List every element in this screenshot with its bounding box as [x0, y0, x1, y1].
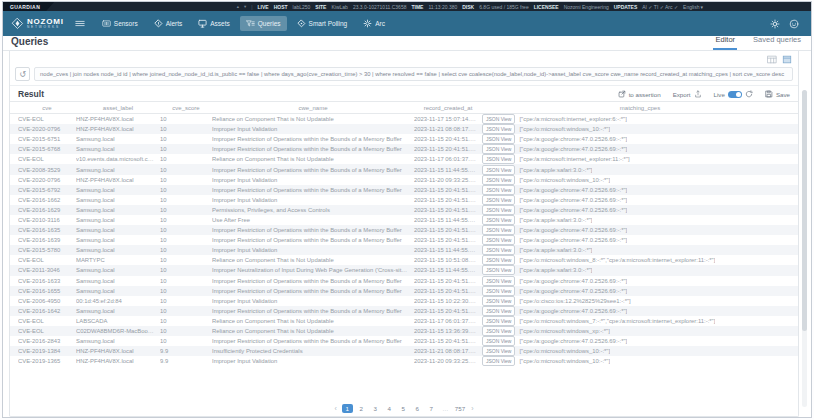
- table-view-icon[interactable]: [767, 55, 777, 64]
- table-row[interactable]: CVE-2016-1635 Samsung.local 10 Improper …: [10, 225, 798, 235]
- table-row[interactable]: CVE-2015-5780 Samsung.local 10 Improper …: [10, 245, 798, 255]
- table-row[interactable]: CVE-2006-4950 00:1d:45:ef:2d:84 10 Impro…: [10, 296, 798, 306]
- refresh-icon[interactable]: [745, 90, 753, 99]
- json-view-button[interactable]: JSON View: [482, 215, 515, 225]
- table-row[interactable]: CVE-2010-3116 Samsung.local 10 Use After…: [10, 215, 798, 225]
- query-input[interactable]: node_cves | join nodes node_id id | wher…: [34, 67, 793, 81]
- json-view-button[interactable]: JSON View: [482, 255, 515, 265]
- table-row[interactable]: CVE-2011-3046 Samsung.local 10 Improper …: [10, 265, 798, 275]
- pagination-page-button[interactable]: 757: [454, 404, 466, 413]
- nav-item-queries[interactable]: Queries: [240, 16, 287, 31]
- scrollbar-thumb[interactable]: [802, 90, 807, 331]
- vertical-scrollbar[interactable]: [802, 90, 807, 407]
- cell-record-created-at: 2023-11-15 20:41:51.646: [414, 146, 482, 152]
- table-row[interactable]: CVE-2016-2843 Samsung.local 10 Improper …: [10, 336, 798, 346]
- cell-matching-cpes: JSON View ["cpe:/a:google:chrome:47.0.25…: [482, 195, 798, 205]
- to-assertion-button[interactable]: to assertion: [618, 90, 661, 99]
- chevron-down-icon: ▾: [700, 4, 703, 10]
- pagination-page-button[interactable]: 3: [370, 404, 381, 413]
- column-header-cwe-name[interactable]: cwe_name: [212, 105, 414, 111]
- pagination-page-button[interactable]: 5: [398, 404, 409, 413]
- pagination-page-button[interactable]: 6: [412, 404, 423, 413]
- table-row[interactable]: CVE-EOL LABSCADA 10 Reliance on Componen…: [10, 316, 798, 326]
- user-account-icon[interactable]: [789, 19, 799, 29]
- json-view-button[interactable]: JSON View: [482, 235, 515, 245]
- column-header-asset-label[interactable]: asset_label: [76, 105, 160, 111]
- json-view-button[interactable]: JSON View: [482, 326, 515, 336]
- json-view-button[interactable]: JSON View: [482, 185, 515, 195]
- tab-saved-queries[interactable]: Saved queries: [751, 35, 803, 50]
- table-row[interactable]: CVE-2020-0796 HNZ-PF4HAV8X.local 10 Impr…: [10, 124, 798, 134]
- table-row[interactable]: CVE-2019-1365 HNZ-PF4HAV8X.local 9.9 Imp…: [10, 356, 798, 366]
- tab-editor[interactable]: Editor: [713, 35, 737, 50]
- cell-asset-label: Samsung.local: [76, 146, 160, 152]
- table-row[interactable]: CVE-EOL v10.events.data.microsoft.com 10…: [10, 154, 798, 164]
- nav-item-sensors[interactable]: Sensors: [96, 16, 144, 31]
- table-row[interactable]: CVE-2015-6751 Samsung.local 10 Improper …: [10, 134, 798, 144]
- json-view-button[interactable]: JSON View: [482, 154, 515, 164]
- nav-item-smart-polling[interactable]: Smart Polling: [291, 16, 354, 31]
- table-row[interactable]: CVE-2019-1384 HNZ-PF4HAV8X.local 9.9 Ins…: [10, 346, 798, 356]
- cell-cve-score: 10: [160, 298, 212, 304]
- table-row[interactable]: CVE-2016-1639 Samsung.local 10 Improper …: [10, 235, 798, 245]
- json-view-button[interactable]: JSON View: [482, 336, 515, 346]
- scroll-up-icon[interactable]: ▴: [237, 4, 239, 9]
- json-view-button[interactable]: JSON View: [482, 175, 515, 185]
- json-view-button[interactable]: JSON View: [482, 205, 515, 215]
- table-row[interactable]: CVE-EOL MARTYPC 10 Reliance on Component…: [10, 255, 798, 265]
- json-view-button[interactable]: JSON View: [482, 276, 515, 286]
- table-row[interactable]: CVE-2008-3529 Samsung.local 10 Improper …: [10, 164, 798, 174]
- json-view-button[interactable]: JSON View: [482, 356, 515, 366]
- table-row[interactable]: CVE-EOL C02DWA8BMD6R-MacBookPro.local 10…: [10, 326, 798, 336]
- json-view-button[interactable]: JSON View: [482, 225, 515, 235]
- json-view-button[interactable]: JSON View: [482, 144, 515, 154]
- table-row[interactable]: CVE-2016-1633 Samsung.local 10 Improper …: [10, 276, 798, 286]
- json-view-button[interactable]: JSON View: [482, 346, 515, 356]
- language-select[interactable]: English ▾: [683, 4, 703, 10]
- json-view-button[interactable]: JSON View: [482, 286, 515, 296]
- pagination-next[interactable]: ›: [469, 405, 475, 412]
- json-view-button[interactable]: JSON View: [482, 165, 515, 175]
- json-view-button[interactable]: JSON View: [482, 114, 515, 124]
- result-table-body: CVE-EOL HNZ-PF4HAV8X.local 10 Reliance o…: [10, 114, 798, 400]
- grid-view-icon[interactable]: [782, 55, 792, 64]
- export-button[interactable]: Export: [673, 90, 702, 99]
- column-header-record-created-at[interactable]: record_created_at: [414, 105, 482, 111]
- column-header-cve[interactable]: cve: [18, 105, 76, 111]
- column-header-cve-score[interactable]: cve_score: [160, 105, 212, 111]
- undo-query-button[interactable]: ↺: [15, 67, 30, 81]
- table-row[interactable]: CVE-2016-1642 Samsung.local 10 Improper …: [10, 306, 798, 316]
- cell-cve: CVE-2016-1655: [18, 288, 76, 294]
- table-row[interactable]: CVE-2015-6792 Samsung.local 10 Improper …: [10, 185, 798, 195]
- json-view-button[interactable]: JSON View: [482, 296, 515, 306]
- json-view-button[interactable]: JSON View: [482, 316, 515, 326]
- json-view-button[interactable]: JSON View: [482, 124, 515, 134]
- hamburger-menu-icon[interactable]: [75, 19, 85, 28]
- nozomi-logo[interactable]: NOZOMI NETWORKS: [11, 17, 64, 30]
- table-row[interactable]: CVE-EOL HNZ-PF4HAV8X.local 10 Reliance o…: [10, 114, 798, 124]
- pagination-page-button[interactable]: 2: [356, 404, 367, 413]
- table-row[interactable]: CVE-2016-1655 Samsung.local 10 Improper …: [10, 286, 798, 296]
- json-view-button[interactable]: JSON View: [482, 245, 515, 255]
- pagination-page-button[interactable]: 7: [426, 404, 437, 413]
- pagination-prev[interactable]: ‹: [332, 405, 338, 412]
- live-toggle[interactable]: [728, 91, 742, 98]
- table-row[interactable]: CVE-2020-0796 HNZ-PF4HAV8X.local 10 Impr…: [10, 175, 798, 185]
- settings-gear-icon[interactable]: [770, 19, 780, 29]
- nav-item-alerts[interactable]: Alerts: [148, 16, 189, 31]
- table-row[interactable]: CVE-2015-6768 Samsung.local 10 Improper …: [10, 144, 798, 154]
- nav-item-assets[interactable]: Assets: [192, 16, 236, 31]
- table-row[interactable]: CVE-2016-1629 Samsung.local 10 Permissio…: [10, 205, 798, 215]
- json-view-button[interactable]: JSON View: [482, 134, 515, 144]
- pagination-page-button[interactable]: 4: [384, 404, 395, 413]
- save-button[interactable]: Save: [765, 90, 790, 99]
- json-view-button[interactable]: JSON View: [482, 195, 515, 205]
- scroll-down-icon[interactable]: ▾: [244, 4, 246, 9]
- table-row[interactable]: CVE-2016-1662 Samsung.local 10 Improper …: [10, 195, 798, 205]
- cell-cve-score: 10: [160, 136, 212, 142]
- json-view-button[interactable]: JSON View: [482, 306, 515, 316]
- column-header-matching-cpes[interactable]: matching_cpes: [482, 105, 798, 111]
- pagination-page-button[interactable]: 1: [342, 404, 353, 413]
- json-view-button[interactable]: JSON View: [482, 265, 515, 275]
- nav-item-arc[interactable]: Arc: [357, 16, 391, 31]
